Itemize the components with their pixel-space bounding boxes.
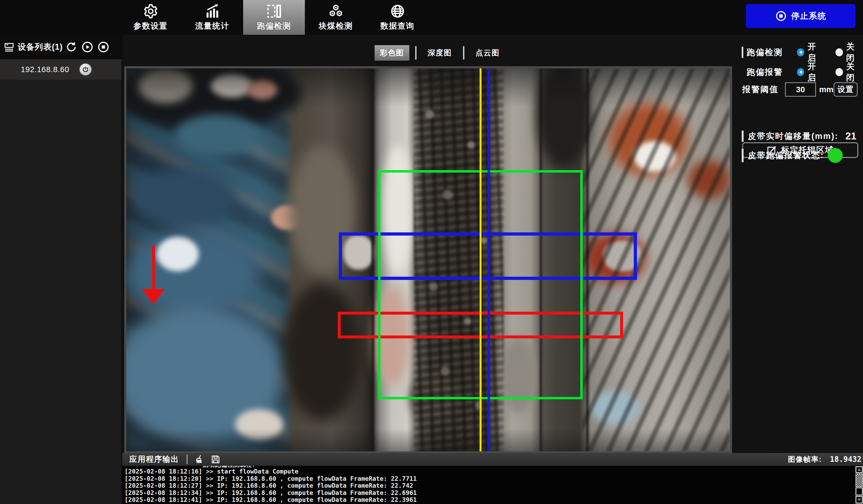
framerate-label: 图像帧率:: [788, 455, 822, 464]
refresh-icon[interactable]: [65, 41, 77, 53]
belt-direction-arrow: [152, 245, 155, 290]
alarm-on-label: 开启: [808, 61, 824, 83]
top-toolbar: 参数设置 流量统计 跑偏检测 块煤检测: [0, 0, 863, 35]
tab-label: 块煤检测: [319, 21, 353, 32]
stop-system-label: 停止系统: [791, 10, 826, 22]
app-output-title: 应用程序输出: [129, 454, 179, 465]
log-line: [2025-02-08 18:12:16] >> start flowData …: [125, 468, 863, 475]
alarm-on-radio[interactable]: [797, 68, 804, 76]
offset-value: 21: [846, 130, 856, 142]
tab-point-cloud[interactable]: 点云图: [470, 45, 505, 61]
log-line: [2025-02-08 18:12:41] >> IP: 192.168.8.6…: [125, 496, 863, 503]
tab-label: 数据查询: [380, 21, 415, 32]
globe-icon: [390, 3, 405, 19]
threshold-label: 报警阈值: [742, 84, 778, 95]
framerate-value: 18.9432: [830, 455, 861, 464]
alarm-status-row: 皮带跑偏报警状态:: [734, 148, 863, 163]
camera-image: [126, 68, 730, 451]
threshold-unit: mm: [819, 85, 833, 94]
framerate-readout: 图像帧率: 18.9432: [788, 455, 861, 464]
scrollbar-track[interactable]: [855, 488, 863, 495]
clear-broom-icon[interactable]: [194, 454, 204, 465]
tab-label: 参数设置: [134, 21, 168, 32]
alarm-off-label: 关闭: [846, 61, 863, 83]
gear-icon: [143, 3, 159, 19]
coal-lumps-icon: [328, 3, 343, 19]
stop-system-button[interactable]: 停止系统: [746, 4, 855, 28]
separator: [187, 455, 188, 464]
device-sidebar: 设备列表(1) 192.168.8.60: [0, 35, 122, 504]
stop-circle-icon[interactable]: [98, 41, 109, 53]
log-line: [2025-02-08 18:12:20] >> IP: 192.168.8.6…: [125, 475, 863, 482]
device-list-title: 设备列表(1): [17, 41, 63, 53]
application-log[interactable]: 启动跑偏检测线程! [2025-02-08 18:12:16] >> start…: [122, 466, 863, 504]
scroll-down-button[interactable]: [855, 496, 863, 503]
power-icon[interactable]: [79, 64, 91, 75]
tab-lump-coal-detection[interactable]: 块煤检测: [305, 0, 366, 35]
threshold-set-button[interactable]: 设置: [834, 82, 858, 97]
chevron-down-icon: [858, 499, 861, 501]
tab-deviation-detection[interactable]: 跑偏检测: [243, 0, 305, 35]
tab-parameter-settings[interactable]: 参数设置: [120, 0, 182, 35]
tab-separator: [415, 46, 416, 60]
log-scrollbar[interactable]: [855, 466, 863, 504]
image-view-tabs: 彩色图 深度图 点云图: [375, 45, 505, 61]
deviation-control-panel: 跑偏检测 开启 关闭 跑偏报警 开启 关闭 报警阈值 mm 设置 标定托辊区域: [734, 35, 863, 451]
alarm-status-label: 皮带跑偏报警状态:: [748, 150, 824, 161]
tab-flow-statistics[interactable]: 流量统计: [182, 0, 243, 35]
alarm-label: 跑偏报警: [747, 66, 786, 78]
detection-off-radio[interactable]: [836, 48, 843, 56]
left-roller: [343, 235, 374, 269]
belt-edge-box: [338, 312, 623, 338]
device-list-actions: [65, 41, 109, 53]
detection-label: 跑偏检测: [747, 47, 786, 58]
bar-chart-icon: [205, 3, 220, 19]
device-ip: 192.168.8.60: [21, 65, 69, 74]
device-list-header: 设备列表(1): [0, 35, 122, 59]
scroll-up-button[interactable]: [855, 466, 863, 473]
section-bar: [742, 149, 743, 162]
tab-color-image[interactable]: 彩色图: [375, 45, 409, 61]
threshold-input[interactable]: [785, 82, 816, 97]
scrollbar-thumb[interactable]: [855, 474, 863, 487]
tab-depth-image[interactable]: 深度图: [422, 45, 457, 61]
belt-current-center-line: [488, 68, 490, 451]
output-statusbar: 应用程序输出 图像帧率: 18.9432: [122, 453, 863, 466]
alarm-toggle-row: 跑偏报警 开启 关闭: [734, 66, 863, 78]
tab-label: 深度图: [428, 48, 452, 58]
tab-label: 流量统计: [195, 21, 229, 32]
tab-label: 彩色图: [380, 48, 404, 58]
offset-label: 皮带实时偏移量(mm):: [748, 130, 838, 142]
belt-direction-arrow-head: [142, 289, 165, 304]
device-row[interactable]: 192.168.8.60: [0, 59, 122, 79]
section-bar: [742, 130, 743, 142]
threshold-row: 报警阈值 mm 设置: [734, 82, 863, 97]
deviation-rect-icon: [266, 3, 282, 19]
tab-label: 跑偏检测: [257, 21, 291, 32]
log-line: [2025-02-08 18:12:27] >> IP: 192.168.8.6…: [125, 482, 863, 489]
detection-off-label: 关闭: [846, 41, 863, 64]
chevron-up-icon: [858, 468, 861, 471]
alarm-status-indicator: [828, 148, 843, 163]
offset-row: 皮带实时偏移量(mm): 21: [734, 130, 863, 142]
alarm-off-radio[interactable]: [836, 68, 843, 76]
save-floppy-icon[interactable]: [211, 454, 221, 465]
roller-region-box: [339, 232, 637, 280]
right-roller: [603, 241, 642, 272]
camera-view-frame: [124, 66, 732, 454]
play-circle-icon[interactable]: [82, 41, 93, 53]
belt-center-reference-line: [479, 68, 481, 451]
tab-data-query[interactable]: 数据查询: [366, 0, 428, 35]
toolbar-tabs: 参数设置 流量统计 跑偏检测 块煤检测: [120, 0, 428, 35]
tab-separator: [463, 46, 464, 60]
tab-label: 点云图: [476, 48, 500, 58]
belt-monitor-app: 参数设置 流量统计 跑偏检测 块煤检测: [0, 0, 863, 504]
detection-on-radio[interactable]: [797, 48, 804, 56]
section-bar: [742, 47, 743, 58]
log-line-partial: 启动跑偏检测线程!: [125, 466, 863, 468]
log-line: [2025-02-08 18:12:34] >> IP: 192.168.8.6…: [125, 489, 863, 496]
device-list-icon: [4, 42, 14, 52]
detection-toggle-row: 跑偏检测 开启 关闭: [734, 47, 863, 58]
detection-on-label: 开启: [808, 41, 824, 64]
stop-circle-icon: [775, 10, 787, 22]
